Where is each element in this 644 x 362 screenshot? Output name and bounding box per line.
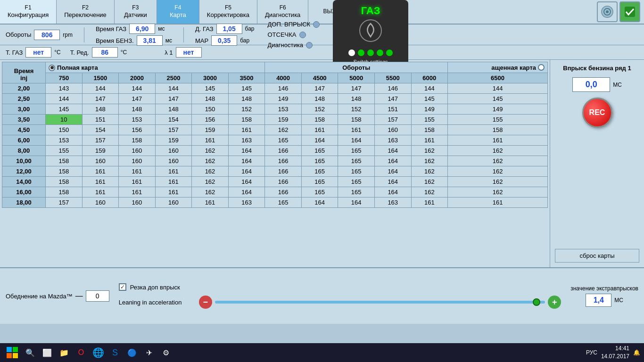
cell-1-0[interactable]: 144 xyxy=(46,94,83,104)
cell-4-3[interactable]: 157 xyxy=(155,125,192,135)
cell-1-4[interactable]: 148 xyxy=(192,94,229,104)
cell-7-9[interactable]: 164 xyxy=(374,156,411,166)
cell-10-10[interactable]: 162 xyxy=(411,187,448,197)
cell-2-7[interactable]: 152 xyxy=(301,104,338,115)
cell-6-3[interactable]: 160 xyxy=(155,146,192,156)
cell-3-9[interactable]: 157 xyxy=(374,115,411,125)
cell-6-8[interactable]: 165 xyxy=(338,146,375,156)
cell-1-3[interactable]: 147 xyxy=(155,94,192,104)
cell-9-6[interactable]: 166 xyxy=(265,177,302,187)
cell-4-2[interactable]: 156 xyxy=(119,125,156,135)
cell-7-0[interactable]: 158 xyxy=(46,156,83,166)
cell-11-6[interactable]: 165 xyxy=(265,197,302,208)
cell-7-6[interactable]: 166 xyxy=(265,156,302,166)
cell-9-10[interactable]: 162 xyxy=(411,177,448,187)
cell-10-4[interactable]: 162 xyxy=(192,187,229,197)
cell-4-0[interactable]: 150 xyxy=(46,125,83,135)
cell-2-0[interactable]: 145 xyxy=(46,104,83,115)
slider-minus-button[interactable]: − xyxy=(199,296,212,309)
cell-9-1[interactable]: 161 xyxy=(82,177,119,187)
cell-10-2[interactable]: 161 xyxy=(119,187,156,197)
cell-2-9[interactable]: 151 xyxy=(374,104,411,115)
cell-8-3[interactable]: 161 xyxy=(155,166,192,177)
cell-2-5[interactable]: 152 xyxy=(228,104,265,115)
cell-9-9[interactable]: 164 xyxy=(374,177,411,187)
cell-3-7[interactable]: 158 xyxy=(301,115,338,125)
taskbar-chrome[interactable]: 🌐 xyxy=(91,345,106,360)
cell-0-6[interactable]: 146 xyxy=(265,83,302,94)
tab-f4[interactable]: F4 Карта xyxy=(157,0,199,24)
cell-4-4[interactable]: 159 xyxy=(192,125,229,135)
cell-1-6[interactable]: 149 xyxy=(265,94,302,104)
cell-2-2[interactable]: 148 xyxy=(119,104,156,115)
cell-7-11[interactable]: 162 xyxy=(448,156,548,166)
cell-3-2[interactable]: 153 xyxy=(119,115,156,125)
cell-11-10[interactable]: 161 xyxy=(411,197,448,208)
cell-0-3[interactable]: 144 xyxy=(155,83,192,94)
cell-10-3[interactable]: 161 xyxy=(155,187,192,197)
cell-9-2[interactable]: 161 xyxy=(119,177,156,187)
cell-4-10[interactable]: 158 xyxy=(411,125,448,135)
cell-6-7[interactable]: 165 xyxy=(301,146,338,156)
cell-5-5[interactable]: 163 xyxy=(228,135,265,146)
tab-f3[interactable]: F3 Датчики xyxy=(115,0,157,24)
cell-6-1[interactable]: 159 xyxy=(82,146,119,156)
start-button[interactable] xyxy=(4,344,21,361)
slider-plus-button[interactable]: + xyxy=(548,296,561,309)
cell-5-8[interactable]: 164 xyxy=(338,135,375,146)
taskbar-search[interactable]: 🔍 xyxy=(23,345,38,360)
taskbar-explorer[interactable]: 📁 xyxy=(57,345,72,360)
tab-f1[interactable]: F1 Конфигурация xyxy=(0,0,57,24)
taskbar-notification[interactable]: 🔔 xyxy=(633,349,640,356)
nav-icon-circle[interactable] xyxy=(597,1,618,22)
cell-8-6[interactable]: 166 xyxy=(265,166,302,177)
cell-8-0[interactable]: 158 xyxy=(46,166,83,177)
cell-1-10[interactable]: 145 xyxy=(411,94,448,104)
cell-11-0[interactable]: 157 xyxy=(46,197,83,208)
cell-10-6[interactable]: 166 xyxy=(265,187,302,197)
cell-0-0[interactable]: 143 xyxy=(46,83,83,94)
cell-4-5[interactable]: 161 xyxy=(228,125,265,135)
cell-10-9[interactable]: 164 xyxy=(374,187,411,197)
cell-0-9[interactable]: 146 xyxy=(374,83,411,94)
rec-button[interactable]: REC xyxy=(582,98,612,128)
cell-3-10[interactable]: 155 xyxy=(411,115,448,125)
full-map-radio[interactable] xyxy=(49,65,55,71)
cell-9-11[interactable]: 162 xyxy=(448,177,548,187)
cell-8-8[interactable]: 165 xyxy=(338,166,375,177)
cell-0-1[interactable]: 144 xyxy=(82,83,119,94)
cell-1-7[interactable]: 148 xyxy=(301,94,338,104)
cell-9-0[interactable]: 158 xyxy=(46,177,83,187)
cell-7-4[interactable]: 162 xyxy=(192,156,229,166)
cell-3-4[interactable]: 156 xyxy=(192,115,229,125)
cell-7-5[interactable]: 164 xyxy=(228,156,265,166)
taskbar-app3[interactable]: ⚙ xyxy=(158,345,173,360)
cell-3-6[interactable]: 159 xyxy=(265,115,302,125)
cell-9-4[interactable]: 162 xyxy=(192,177,229,187)
cell-7-2[interactable]: 160 xyxy=(119,156,156,166)
cell-11-8[interactable]: 164 xyxy=(338,197,375,208)
cell-5-11[interactable]: 161 xyxy=(448,135,548,146)
cell-5-0[interactable]: 153 xyxy=(46,135,83,146)
cell-1-2[interactable]: 147 xyxy=(119,94,156,104)
cell-5-7[interactable]: 164 xyxy=(301,135,338,146)
cell-10-8[interactable]: 165 xyxy=(338,187,375,197)
cell-0-2[interactable]: 144 xyxy=(119,83,156,94)
cell-4-8[interactable]: 161 xyxy=(338,125,375,135)
tab-f2[interactable]: F2 Переключение xyxy=(57,0,115,24)
cell-3-5[interactable]: 158 xyxy=(228,115,265,125)
cell-2-4[interactable]: 150 xyxy=(192,104,229,115)
cell-7-10[interactable]: 162 xyxy=(411,156,448,166)
cell-8-11[interactable]: 162 xyxy=(448,166,548,177)
cell-11-7[interactable]: 164 xyxy=(301,197,338,208)
cell-1-9[interactable]: 147 xyxy=(374,94,411,104)
taskbar-app1[interactable]: 🔵 xyxy=(124,345,140,360)
cell-5-10[interactable]: 161 xyxy=(411,135,448,146)
cell-11-1[interactable]: 160 xyxy=(82,197,119,208)
slider-track[interactable] xyxy=(215,301,545,304)
cell-6-9[interactable]: 164 xyxy=(374,146,411,156)
cell-2-1[interactable]: 148 xyxy=(82,104,119,115)
cell-5-6[interactable]: 165 xyxy=(265,135,302,146)
cell-10-0[interactable]: 158 xyxy=(46,187,83,197)
cell-8-7[interactable]: 165 xyxy=(301,166,338,177)
